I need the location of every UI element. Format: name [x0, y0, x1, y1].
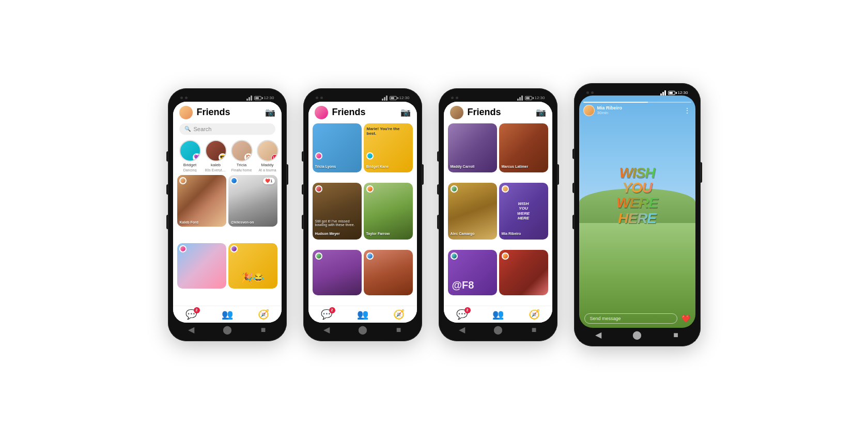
cell-tricia-lyons[interactable]: Tricia Lyons — [313, 123, 362, 172]
cell-at-f8[interactable]: @F8 — [448, 250, 497, 295]
phone2-bottom-bar: ◀ ⬤ ■ — [308, 323, 417, 336]
story-user-details: Mia Ribeiro 30min — [597, 105, 623, 115]
recents-btn-3[interactable]: ■ — [530, 326, 538, 334]
recents-btn-2[interactable]: ■ — [395, 326, 403, 334]
label-alec-camargo: Alec Camargo — [451, 232, 475, 235]
story-sub-maddy: At a tourna — [258, 168, 276, 172]
cell-red-decor[interactable] — [499, 250, 548, 295]
cell-alec-camargo[interactable]: Alec Camargo — [448, 183, 497, 240]
battery-fill-2 — [391, 97, 394, 99]
cell-pink-blue[interactable] — [177, 243, 226, 289]
notch-cameras-4 — [586, 91, 594, 94]
screen-title-2: Friends — [332, 107, 366, 118]
side-button-left2-1 — [166, 184, 168, 195]
story-menu-icon[interactable]: ⋮ — [684, 106, 691, 115]
camera-dot-3 — [316, 97, 318, 99]
time-display-2: 12:30 — [399, 96, 409, 100]
story-item-maddy[interactable]: 10 Maddy At a tourna — [257, 140, 278, 172]
search-bar-1[interactable]: 🔍 Search — [179, 123, 275, 135]
side-button-left2-2 — [302, 184, 303, 195]
label-maddy-carroll: Maddy Carroll — [451, 165, 475, 168]
story-item-tricia[interactable]: 🏠 Tricia Finally home — [231, 140, 253, 172]
story-item-kaleb[interactable]: 😎 kaleb 80s Everything — [205, 140, 227, 172]
tab-chat-2[interactable]: 💬 2 — [321, 309, 332, 320]
phone-4-wrapper: 12:30 Mia Ribeiro 30min — [574, 83, 701, 346]
cell-yellow-emoji[interactable]: 🎉😂 — [228, 243, 277, 289]
cell-kaleb-ford[interactable]: Kaleb Ford — [177, 175, 226, 227]
header-left-2: Friends — [315, 106, 366, 119]
tab-friends-2[interactable]: 👥 — [357, 309, 368, 320]
story-emoji-bridget: 💜 — [193, 153, 201, 162]
tab-compass-2[interactable]: 🧭 — [393, 309, 405, 320]
phone-1-wrapper: 12:30 Friends 📷 🔍 Search — [168, 88, 287, 341]
story-progress-fill — [583, 102, 648, 103]
time-display-3: 12:30 — [534, 96, 545, 100]
phone2-tab-bar: 💬 2 👥 🧭 — [308, 306, 417, 323]
phone-3-wrapper: 12:30 Friends 📷 Maddy Carroll — [439, 88, 557, 341]
phone1-bottom-bar: ◀ ⬤ ■ — [173, 323, 282, 336]
send-message-input[interactable]: Send message — [584, 313, 677, 324]
tab-compass-3[interactable]: 🧭 — [529, 309, 540, 320]
status-bar-1: 12:30 — [246, 96, 274, 101]
recents-btn-4[interactable]: ■ — [672, 331, 680, 339]
label-taylor-farrow: Taylor Farrow — [366, 232, 390, 235]
back-btn-1[interactable]: ◀ — [187, 326, 195, 334]
home-btn-2[interactable]: ⬤ — [359, 326, 367, 334]
recents-btn-1[interactable]: ■ — [259, 326, 268, 334]
phone-4: 12:30 Mia Ribeiro 30min — [574, 83, 701, 346]
cell-bridget-kane[interactable]: Marie! You're the best. Bridget Kane — [364, 123, 413, 172]
story-heart-icon[interactable]: ❤️ — [681, 314, 690, 323]
home-btn-4[interactable]: ⬤ — [633, 331, 641, 339]
side-button-left2-4 — [572, 183, 574, 193]
label-tricia-lyons: Tricia Lyons — [315, 165, 336, 168]
back-btn-3[interactable]: ◀ — [458, 326, 466, 334]
camera-icon-1[interactable]: 📷 — [265, 107, 275, 117]
cell-mia-ribeiro[interactable]: WISH YOU WERE HERE Mia Ribeiro — [499, 183, 548, 240]
cell-hudson-meyer[interactable]: Still got it! I've missed bowling with t… — [313, 183, 362, 240]
notch-cameras-3 — [451, 97, 458, 99]
cell-user-row-alec: Alec Camargo — [451, 228, 475, 237]
cell-hair-purple[interactable] — [313, 250, 362, 295]
wyh-line-2: YOU — [587, 180, 686, 195]
story-emoji-tricia: 🏠 — [244, 153, 253, 162]
story-item-bridget[interactable]: 💜 Bridget Dancing — [179, 140, 201, 172]
story-avatar-kaleb: 😎 — [205, 140, 227, 162]
cell-taylor-farrow[interactable]: Taylor Farrow — [364, 183, 413, 240]
tab-chat-3[interactable]: 💬 2 — [456, 309, 468, 320]
send-message-text: Send message — [590, 316, 621, 321]
side-button-left2-3 — [437, 184, 439, 195]
screen-title-1: Friends — [197, 107, 230, 118]
phone-3: 12:30 Friends 📷 Maddy Carroll — [439, 88, 557, 341]
cell-kilesven[interactable]: ❤️ 1 @kilesven·on — [228, 175, 277, 227]
tab-badge-2: 2 — [329, 307, 335, 313]
phone1-tab-bar: 💬 2 👥 🧭 — [173, 306, 282, 323]
camera-icon-2[interactable]: 📷 — [400, 107, 411, 117]
cell-redhead[interactable] — [364, 250, 413, 295]
home-btn-3[interactable]: ⬤ — [494, 326, 502, 334]
tab-friends-icon-1: 👥 — [222, 309, 233, 320]
tab-compass-1[interactable]: 🧭 — [258, 309, 269, 320]
cell-maddy-carroll[interactable]: Maddy Carroll — [448, 123, 497, 172]
story-name-tricia: Tricia — [237, 163, 246, 167]
story-avatar-tricia: 🏠 — [231, 140, 253, 162]
camera-icon-3[interactable]: 📷 — [536, 107, 546, 117]
phone3-tab-bar: 💬 2 👥 🧭 — [444, 306, 552, 323]
label-bridget-kane: Bridget Kane — [366, 165, 389, 168]
cell-marcus-latimer[interactable]: Marcus Latimer — [499, 123, 548, 172]
home-btn-1[interactable]: ⬤ — [223, 326, 231, 334]
battery-icon — [254, 96, 261, 100]
phone4-story-screen[interactable]: Mia Ribeiro 30min ⋮ WISH YOU WERE HERE S… — [579, 96, 695, 328]
back-btn-4[interactable]: ◀ — [594, 331, 602, 339]
tab-badge-1: 2 — [194, 307, 200, 313]
camera-dot-2 — [185, 97, 188, 99]
camera-dot-4 — [320, 97, 323, 99]
tab-friends-3[interactable]: 👥 — [492, 309, 504, 320]
tab-friends-icon-3: 👥 — [492, 309, 504, 320]
cell-label-kaleb: Kaleb Ford — [180, 220, 199, 224]
cell-text-hudson: Still got it! I've missed bowling with t… — [315, 219, 359, 237]
tab-chat-1[interactable]: 💬 2 — [185, 309, 197, 320]
tab-friends-1[interactable]: 👥 — [222, 309, 233, 320]
battery-icon-2 — [390, 96, 397, 100]
back-btn-2[interactable]: ◀ — [322, 326, 331, 334]
story-user-info: Mia Ribeiro 30min — [583, 105, 623, 116]
